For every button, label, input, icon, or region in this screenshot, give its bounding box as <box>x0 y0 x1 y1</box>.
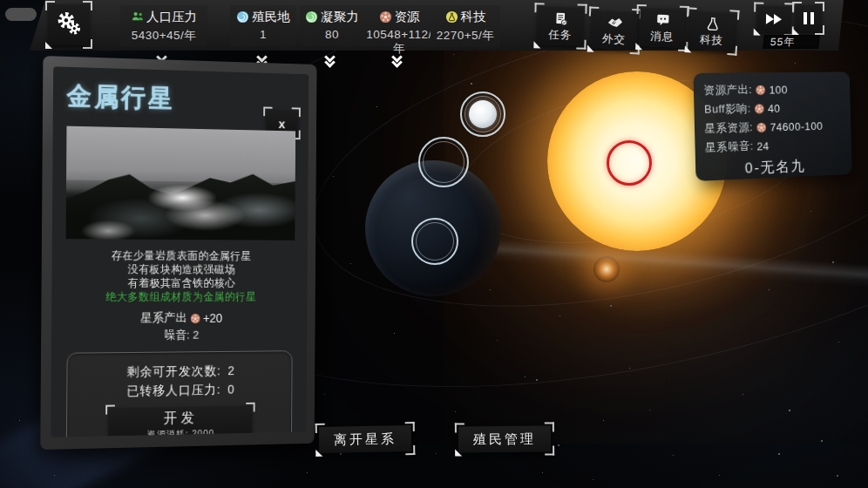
system-info-panel: 资源产出: 100 Buff影响: 40 星系资源: 74600-100 星系噪… <box>693 71 851 181</box>
develop-cost-label: 资源消耗: <box>147 429 189 437</box>
info-label: 资源产出: <box>703 82 752 98</box>
planet-description: 存在少量岩质表面的金属行星 没有板块构造或强磁场 有着极其富含铁的核心 绝大多数… <box>65 248 295 304</box>
info-label: Buff影响: <box>704 101 751 118</box>
planet-detail-panel: 金属行星 x 存在少量岩质表面的金属行星 没有板块构造或强磁场 有着极其富含铁的… <box>40 56 316 450</box>
stat-label: 殖民地 <box>252 9 290 25</box>
sun-selection-ring <box>607 140 652 186</box>
description-line: 存在少量岩质表面的金属行星 <box>65 248 295 263</box>
year-display: 55年 <box>763 35 820 49</box>
dev-stat-label: 已转移人口压力: <box>126 383 220 397</box>
menu-button-label: 任务 <box>548 28 572 44</box>
stat-resource: 资源 10548+112/年 <box>361 5 437 47</box>
double-chevron-down-icon <box>323 53 339 67</box>
task-list-icon <box>553 10 568 27</box>
handshake-icon <box>606 14 623 32</box>
info-row-system-noise: 星系噪音: 24 <box>705 136 842 156</box>
tasks-button[interactable]: 任务 <box>537 6 583 45</box>
fast-forward-icon <box>766 14 782 24</box>
colony-swirl-icon <box>236 10 249 24</box>
info-value: 74600-100 <box>770 119 823 133</box>
tech-flask-icon <box>445 10 458 24</box>
top-bar-side-tab <box>5 8 37 21</box>
noise-value: 2 <box>193 329 199 342</box>
stat-value: 80 <box>300 28 364 41</box>
stat-label: 资源 <box>395 9 420 25</box>
info-value: 24 <box>756 139 770 152</box>
noise-label: 噪音: <box>164 329 189 342</box>
info-value: 40 <box>768 102 781 115</box>
dev-stat-value: 2 <box>227 363 235 377</box>
flask-icon <box>704 15 720 33</box>
info-label: 星系噪音: <box>705 139 754 156</box>
leave-system-button[interactable]: 离开星系 <box>319 425 412 453</box>
flare-star <box>593 256 620 282</box>
output-value: +20 <box>203 311 223 325</box>
menu-button-label: 科技 <box>699 32 723 49</box>
colony-management-label: 殖民管理 <box>473 430 536 448</box>
resource-wheel-icon <box>190 313 200 324</box>
star-field-bright <box>0 0 2 2</box>
game-screen: 人口压力 5430+45/年 殖民地 1 凝聚力 80 <box>0 0 868 488</box>
stat-label: 凝聚力 <box>321 9 359 25</box>
resource-wheel-icon <box>756 121 767 132</box>
info-row-resource-output: 资源产出: 100 <box>703 81 841 98</box>
stat-population-pressure: 人口压力 5430+45/年 <box>120 5 207 47</box>
stat-label: 人口压力 <box>146 9 197 25</box>
stat-cohesion: 凝聚力 80 <box>300 5 364 47</box>
resource-wheel-icon <box>379 10 392 24</box>
stat-tech: 科技 2270+5/年 <box>431 5 500 47</box>
development-subpanel: 剩余可开发次数:2 已转移人口压力:0 开发 资源消耗: 2000 花费2000… <box>66 350 293 437</box>
transferred-population-pressure: 已转移人口压力:0 <box>72 381 287 400</box>
info-row-system-resource: 星系资源: 74600-100 <box>704 118 841 137</box>
menu-button-label: 消息 <box>650 30 675 45</box>
resource-wheel-icon <box>756 84 766 95</box>
pause-button[interactable] <box>796 5 821 31</box>
stat-value: 2270+5/年 <box>431 28 500 44</box>
population-people-icon <box>131 10 144 24</box>
settings-button[interactable] <box>49 4 89 45</box>
system-output-line: 星系产出 +20 <box>65 310 295 327</box>
dev-stat-label: 剩余可开发次数: <box>126 364 220 379</box>
noise-line: 噪音: 2 <box>65 327 295 344</box>
remaining-develop-count: 剩余可开发次数:2 <box>72 363 287 382</box>
colony-management-button[interactable]: 殖民管理 <box>458 426 551 453</box>
leave-system-label: 离开星系 <box>334 430 397 448</box>
cohesion-swirl-icon <box>305 10 318 24</box>
stat-colony: 殖民地 1 <box>230 5 296 47</box>
develop-button[interactable]: 开发 资源消耗: 2000 <box>109 406 252 437</box>
info-value: 100 <box>769 83 788 96</box>
messages-button[interactable]: 消息 <box>639 8 686 48</box>
close-icon: x <box>279 116 286 131</box>
description-line: 有着极其富含铁的核心 <box>65 276 295 290</box>
chat-bubble-icon <box>654 11 670 30</box>
planet-selection-ring <box>460 92 505 137</box>
resource-wheel-icon <box>754 103 764 114</box>
planet-selection-ring <box>411 218 458 265</box>
fast-forward-button[interactable] <box>757 6 791 33</box>
description-highlight-line: 绝大多数组成材质为金属的行星 <box>65 290 295 304</box>
planet-surface-photo <box>66 126 296 241</box>
output-label: 星系产出 <box>140 310 187 326</box>
gear-icon <box>56 10 82 40</box>
planet-panel-body: 金属行星 x 存在少量岩质表面的金属行星 没有板块构造或强磁场 有着极其富含铁的… <box>51 66 309 437</box>
stat-value: 1 <box>230 28 296 41</box>
double-chevron-down-icon <box>390 53 406 67</box>
tech-tree-button[interactable]: 科技 <box>688 10 736 51</box>
dev-stat-value: 0 <box>227 383 235 396</box>
diplomacy-button[interactable]: 外交 <box>591 10 638 51</box>
metallic-sea <box>66 180 295 241</box>
info-label: 星系资源: <box>704 119 753 136</box>
planet-selection-ring <box>418 137 469 187</box>
description-line: 没有板块构造或强磁场 <box>65 262 295 276</box>
menu-button-label: 外交 <box>602 31 627 47</box>
planet-title: 金属行星 <box>67 79 296 119</box>
info-row-buff: Buff影响: 40 <box>704 99 841 118</box>
stat-value: 5430+45/年 <box>120 28 207 44</box>
pause-icon <box>804 12 814 24</box>
develop-cost-value: 2000 <box>192 428 214 437</box>
stat-label: 科技 <box>461 9 486 25</box>
develop-button-label: 开发 <box>109 409 252 430</box>
